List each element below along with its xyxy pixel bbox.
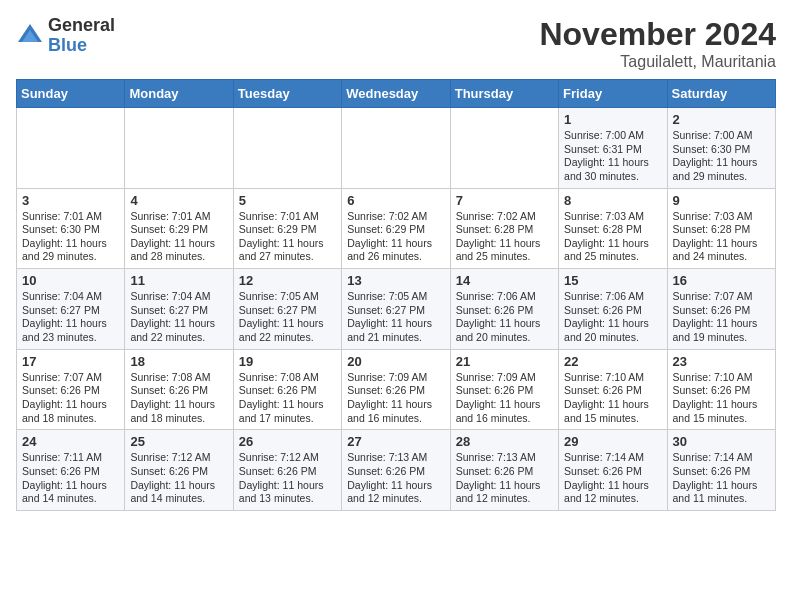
day-info: Sunrise: 7:06 AM [456, 290, 553, 304]
weekday-header-friday: Friday [559, 80, 667, 108]
calendar-cell: 3Sunrise: 7:01 AMSunset: 6:30 PMDaylight… [17, 188, 125, 269]
day-info: Daylight: 11 hours and 20 minutes. [456, 317, 553, 344]
week-row-1: 1Sunrise: 7:00 AMSunset: 6:31 PMDaylight… [17, 108, 776, 189]
day-info: Daylight: 11 hours and 21 minutes. [347, 317, 444, 344]
day-info: Sunset: 6:30 PM [22, 223, 119, 237]
calendar-cell: 13Sunrise: 7:05 AMSunset: 6:27 PMDayligh… [342, 269, 450, 350]
day-info: Daylight: 11 hours and 30 minutes. [564, 156, 661, 183]
day-info: Daylight: 11 hours and 12 minutes. [456, 479, 553, 506]
day-number: 13 [347, 273, 444, 288]
day-number: 7 [456, 193, 553, 208]
calendar-cell: 1Sunrise: 7:00 AMSunset: 6:31 PMDaylight… [559, 108, 667, 189]
day-info: Sunset: 6:29 PM [347, 223, 444, 237]
day-number: 11 [130, 273, 227, 288]
logo-general-text: General [48, 16, 115, 36]
day-info: Daylight: 11 hours and 15 minutes. [673, 398, 770, 425]
day-number: 5 [239, 193, 336, 208]
day-info: Sunrise: 7:07 AM [673, 290, 770, 304]
calendar-cell: 30Sunrise: 7:14 AMSunset: 6:26 PMDayligh… [667, 430, 775, 511]
day-info: Daylight: 11 hours and 16 minutes. [456, 398, 553, 425]
month-title: November 2024 [539, 16, 776, 53]
day-info: Sunset: 6:26 PM [456, 465, 553, 479]
day-info: Sunset: 6:26 PM [564, 384, 661, 398]
calendar-cell: 11Sunrise: 7:04 AMSunset: 6:27 PMDayligh… [125, 269, 233, 350]
day-info: Sunrise: 7:14 AM [564, 451, 661, 465]
day-number: 9 [673, 193, 770, 208]
day-info: Sunrise: 7:06 AM [564, 290, 661, 304]
calendar-cell: 6Sunrise: 7:02 AMSunset: 6:29 PMDaylight… [342, 188, 450, 269]
weekday-header-tuesday: Tuesday [233, 80, 341, 108]
calendar-cell: 19Sunrise: 7:08 AMSunset: 6:26 PMDayligh… [233, 349, 341, 430]
day-number: 2 [673, 112, 770, 127]
day-info: Sunrise: 7:10 AM [564, 371, 661, 385]
day-info: Daylight: 11 hours and 18 minutes. [22, 398, 119, 425]
day-number: 29 [564, 434, 661, 449]
day-number: 1 [564, 112, 661, 127]
day-info: Sunset: 6:26 PM [347, 465, 444, 479]
day-number: 27 [347, 434, 444, 449]
calendar-cell: 24Sunrise: 7:11 AMSunset: 6:26 PMDayligh… [17, 430, 125, 511]
day-number: 18 [130, 354, 227, 369]
calendar-cell: 7Sunrise: 7:02 AMSunset: 6:28 PMDaylight… [450, 188, 558, 269]
calendar-cell [233, 108, 341, 189]
day-info: Daylight: 11 hours and 12 minutes. [347, 479, 444, 506]
day-info: Sunrise: 7:01 AM [239, 210, 336, 224]
day-info: Daylight: 11 hours and 15 minutes. [564, 398, 661, 425]
day-info: Sunset: 6:26 PM [456, 384, 553, 398]
day-number: 19 [239, 354, 336, 369]
day-info: Sunset: 6:26 PM [673, 384, 770, 398]
day-info: Sunset: 6:26 PM [564, 465, 661, 479]
day-info: Sunrise: 7:04 AM [22, 290, 119, 304]
calendar-cell: 27Sunrise: 7:13 AMSunset: 6:26 PMDayligh… [342, 430, 450, 511]
title-section: November 2024 Taguilalett, Mauritania [539, 16, 776, 71]
day-info: Daylight: 11 hours and 23 minutes. [22, 317, 119, 344]
day-info: Daylight: 11 hours and 29 minutes. [673, 156, 770, 183]
day-info: Daylight: 11 hours and 14 minutes. [22, 479, 119, 506]
logo-icon [16, 22, 44, 50]
logo-text: General Blue [48, 16, 115, 56]
weekday-header-monday: Monday [125, 80, 233, 108]
logo-blue-text: Blue [48, 36, 115, 56]
calendar-cell: 23Sunrise: 7:10 AMSunset: 6:26 PMDayligh… [667, 349, 775, 430]
day-info: Daylight: 11 hours and 14 minutes. [130, 479, 227, 506]
day-info: Sunset: 6:27 PM [22, 304, 119, 318]
weekday-header-wednesday: Wednesday [342, 80, 450, 108]
calendar-cell: 8Sunrise: 7:03 AMSunset: 6:28 PMDaylight… [559, 188, 667, 269]
day-info: Sunrise: 7:09 AM [347, 371, 444, 385]
day-number: 3 [22, 193, 119, 208]
day-number: 20 [347, 354, 444, 369]
day-info: Sunset: 6:28 PM [564, 223, 661, 237]
day-info: Sunset: 6:29 PM [130, 223, 227, 237]
day-info: Sunrise: 7:12 AM [239, 451, 336, 465]
day-info: Sunrise: 7:03 AM [564, 210, 661, 224]
day-info: Sunset: 6:26 PM [456, 304, 553, 318]
calendar-cell: 29Sunrise: 7:14 AMSunset: 6:26 PMDayligh… [559, 430, 667, 511]
day-info: Sunset: 6:26 PM [130, 384, 227, 398]
day-number: 10 [22, 273, 119, 288]
day-info: Sunrise: 7:07 AM [22, 371, 119, 385]
day-info: Sunset: 6:28 PM [673, 223, 770, 237]
calendar-cell [342, 108, 450, 189]
day-info: Sunrise: 7:05 AM [347, 290, 444, 304]
day-info: Sunset: 6:26 PM [673, 465, 770, 479]
calendar-cell: 2Sunrise: 7:00 AMSunset: 6:30 PMDaylight… [667, 108, 775, 189]
day-number: 12 [239, 273, 336, 288]
day-info: Daylight: 11 hours and 22 minutes. [239, 317, 336, 344]
weekday-header-row: SundayMondayTuesdayWednesdayThursdayFrid… [17, 80, 776, 108]
day-info: Sunset: 6:27 PM [130, 304, 227, 318]
weekday-header-saturday: Saturday [667, 80, 775, 108]
calendar-cell: 18Sunrise: 7:08 AMSunset: 6:26 PMDayligh… [125, 349, 233, 430]
day-info: Sunset: 6:26 PM [22, 384, 119, 398]
day-number: 6 [347, 193, 444, 208]
day-number: 22 [564, 354, 661, 369]
weekday-header-thursday: Thursday [450, 80, 558, 108]
calendar-cell: 14Sunrise: 7:06 AMSunset: 6:26 PMDayligh… [450, 269, 558, 350]
calendar-cell: 26Sunrise: 7:12 AMSunset: 6:26 PMDayligh… [233, 430, 341, 511]
day-info: Sunrise: 7:14 AM [673, 451, 770, 465]
day-info: Daylight: 11 hours and 12 minutes. [564, 479, 661, 506]
day-number: 25 [130, 434, 227, 449]
day-info: Sunrise: 7:08 AM [130, 371, 227, 385]
calendar-cell: 28Sunrise: 7:13 AMSunset: 6:26 PMDayligh… [450, 430, 558, 511]
day-info: Sunrise: 7:05 AM [239, 290, 336, 304]
day-info: Daylight: 11 hours and 20 minutes. [564, 317, 661, 344]
